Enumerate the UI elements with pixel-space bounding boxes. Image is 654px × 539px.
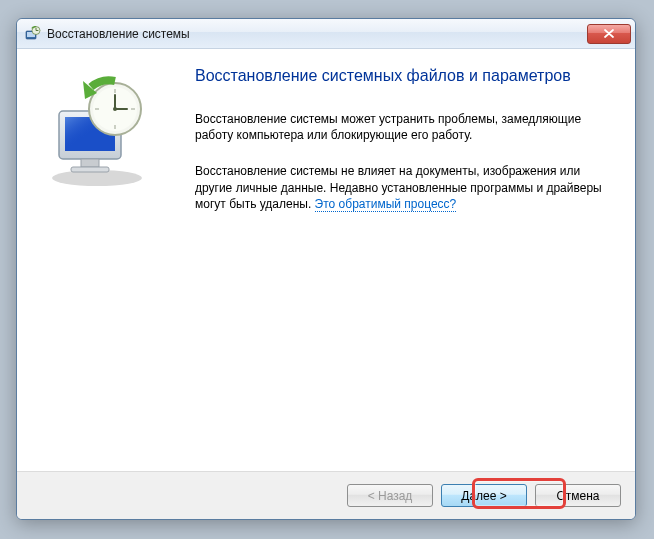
content-area: Восстановление системных файлов и параме…	[17, 49, 635, 471]
cancel-button[interactable]: Отмена	[535, 484, 621, 507]
page-heading: Восстановление системных файлов и параме…	[195, 67, 615, 85]
titlebar[interactable]: Восстановление системы	[17, 19, 635, 49]
system-restore-icon	[25, 26, 41, 42]
close-icon	[604, 29, 614, 38]
back-button: < Назад	[347, 484, 433, 507]
svg-rect-9	[71, 167, 109, 172]
text-panel: Восстановление системных файлов и параме…	[187, 67, 615, 461]
reversible-process-link[interactable]: Это обратимый процесс?	[315, 197, 457, 212]
close-button[interactable]	[587, 24, 631, 44]
intro-paragraph-1: Восстановление системы может устранить п…	[195, 111, 615, 143]
svg-rect-8	[81, 159, 99, 167]
system-restore-graphic-icon	[37, 73, 157, 193]
next-button[interactable]: Далее >	[441, 484, 527, 507]
window-title: Восстановление системы	[47, 27, 587, 41]
wizard-footer: < Назад Далее > Отмена	[17, 471, 635, 519]
system-restore-wizard-window: Восстановление системы	[16, 18, 636, 520]
intro-paragraph-2: Восстановление системы не влияет на доку…	[195, 163, 615, 212]
svg-point-18	[113, 107, 117, 111]
graphic-panel	[37, 67, 187, 461]
